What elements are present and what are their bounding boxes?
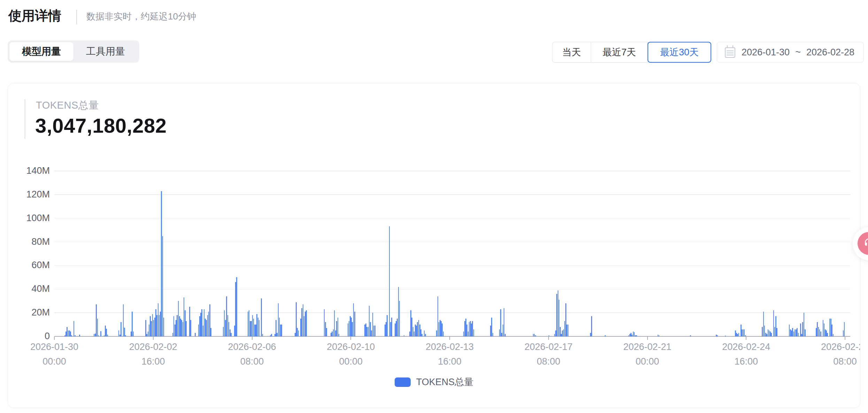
bar[interactable] [629, 334, 630, 336]
bar[interactable] [633, 332, 634, 336]
bar[interactable] [793, 332, 795, 336]
bar[interactable] [368, 327, 369, 336]
bar[interactable] [304, 316, 305, 336]
bar[interactable] [590, 333, 591, 336]
bar[interactable] [225, 320, 226, 337]
bar[interactable] [133, 332, 134, 336]
bar[interactable] [775, 316, 776, 336]
bar[interactable] [155, 309, 156, 336]
bar[interactable] [338, 318, 339, 336]
bar[interactable] [568, 325, 569, 336]
bar[interactable] [276, 320, 277, 337]
bar[interactable] [156, 315, 157, 336]
bar[interactable] [410, 310, 411, 336]
bar[interactable] [796, 329, 797, 336]
bar[interactable] [819, 329, 820, 336]
bar[interactable] [816, 328, 817, 336]
bar[interactable] [820, 332, 821, 336]
bar[interactable] [305, 312, 306, 336]
bar[interactable] [163, 318, 164, 336]
bar[interactable] [417, 322, 418, 336]
bar[interactable] [436, 330, 437, 336]
bar[interactable] [501, 333, 502, 336]
bar[interactable] [204, 309, 205, 336]
bar[interactable] [764, 326, 765, 336]
bar[interactable] [259, 320, 260, 337]
bar[interactable] [230, 329, 231, 336]
bar[interactable] [300, 319, 301, 336]
bar[interactable] [404, 335, 405, 336]
bar[interactable] [161, 191, 162, 336]
bar[interactable] [399, 301, 400, 336]
bar[interactable] [107, 335, 108, 336]
bar[interactable] [743, 329, 744, 336]
bar[interactable] [636, 335, 637, 336]
bar[interactable] [374, 326, 375, 336]
bar[interactable] [209, 304, 210, 336]
bar[interactable] [65, 332, 67, 336]
bar[interactable] [198, 325, 199, 336]
bar[interactable] [773, 310, 774, 336]
bar[interactable] [258, 318, 259, 336]
bar[interactable] [789, 325, 790, 336]
bar[interactable] [591, 316, 592, 336]
date-range-picker[interactable]: 2026-01-30 ~ 2026-02-28 [717, 42, 864, 63]
bar[interactable] [424, 330, 425, 336]
bar[interactable] [825, 329, 826, 336]
bar[interactable] [96, 304, 97, 336]
bar[interactable] [256, 314, 257, 336]
bar[interactable] [411, 318, 412, 336]
bar[interactable] [385, 325, 386, 336]
bar[interactable] [373, 326, 374, 336]
bar[interactable] [255, 325, 256, 336]
bar[interactable] [132, 312, 133, 336]
bar[interactable] [443, 332, 444, 336]
bar[interactable] [471, 324, 472, 336]
bar[interactable] [235, 282, 236, 336]
bar[interactable] [737, 334, 738, 336]
bar[interactable] [172, 333, 173, 336]
bar[interactable] [768, 329, 769, 336]
bar[interactable] [561, 334, 562, 336]
bar[interactable] [339, 334, 340, 336]
bar[interactable] [94, 334, 95, 336]
bar[interactable] [252, 315, 253, 336]
bar[interactable] [491, 318, 492, 336]
bar[interactable] [231, 333, 232, 336]
bar[interactable] [281, 325, 282, 336]
bar[interactable] [473, 329, 474, 336]
bar[interactable] [123, 304, 124, 336]
bar[interactable] [397, 319, 398, 336]
bar[interactable] [189, 307, 190, 336]
bar[interactable] [106, 329, 107, 336]
bar[interactable] [296, 302, 297, 336]
bar[interactable] [742, 329, 743, 336]
bar[interactable] [180, 319, 181, 336]
bar[interactable] [763, 312, 764, 336]
bar[interactable] [774, 327, 775, 336]
bar[interactable] [234, 326, 235, 336]
bar[interactable] [179, 316, 180, 336]
bar[interactable] [326, 328, 327, 336]
bar[interactable] [201, 309, 202, 336]
bar[interactable] [790, 329, 791, 336]
bar[interactable] [73, 321, 75, 336]
bar[interactable] [151, 321, 152, 336]
bar[interactable] [745, 335, 746, 336]
bar[interactable] [564, 321, 565, 336]
bar[interactable] [325, 322, 326, 336]
bar[interactable] [605, 335, 606, 336]
bar[interactable] [79, 335, 80, 336]
bar[interactable] [634, 332, 635, 336]
bar[interactable] [75, 335, 76, 336]
bar[interactable] [353, 303, 354, 336]
bar[interactable] [818, 327, 819, 336]
bar[interactable] [831, 325, 832, 336]
bar[interactable] [418, 320, 419, 337]
bar[interactable] [797, 328, 798, 336]
bar[interactable] [744, 329, 745, 336]
bar[interactable] [800, 324, 801, 336]
bar[interactable] [766, 334, 767, 336]
range-today-button[interactable]: 当天 [552, 42, 591, 63]
bar[interactable] [771, 333, 772, 336]
